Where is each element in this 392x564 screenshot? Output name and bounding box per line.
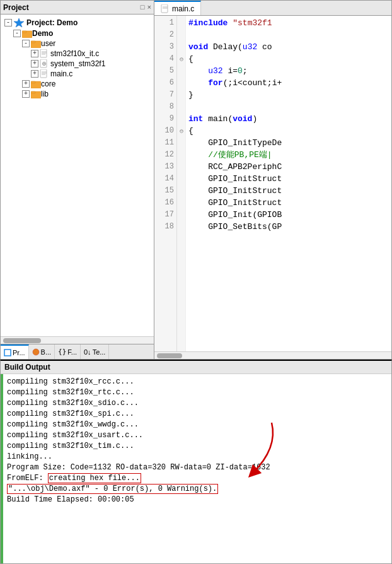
folder-icon-lib <box>31 90 41 98</box>
line-num-12: 12 <box>154 149 174 161</box>
collapse-7 <box>177 89 186 101</box>
tab-templates-label: Te... <box>93 348 106 356</box>
collapse-column: ⊖ ⊖ <box>177 16 186 351</box>
code-line-10: { <box>188 125 389 137</box>
tab-project[interactable]: Pr... <box>1 344 29 359</box>
collapse-5 <box>177 65 186 77</box>
line-num-4: 4 <box>154 53 174 65</box>
code-line-3: void Delay(u32 co <box>188 41 389 53</box>
code-line-2 <box>188 29 389 41</box>
code-line-16: GPIO_InitStruct <box>188 197 389 209</box>
tree-label-stm32-it: stm32f10x_it.c <box>50 49 99 58</box>
code-line-13: RCC_APB2PeriphC <box>188 161 389 173</box>
tree-item-demo[interactable]: - Demo <box>2 28 153 38</box>
templates-tab-icon: 0↓ <box>84 348 91 356</box>
collapse-4[interactable]: ⊖ <box>177 53 186 65</box>
svg-rect-17 <box>31 81 35 83</box>
build-line-7: compiling stm32f10x_tim.c... <box>7 441 388 452</box>
collapse-13 <box>177 161 186 173</box>
collapse-11 <box>177 137 186 149</box>
tree-label-main-c: main.c <box>50 69 72 78</box>
project-panel-header: Project □ × <box>1 1 154 15</box>
editor-tab-label: main.c <box>172 4 194 13</box>
file-c-icon-it <box>40 49 49 58</box>
tree-item-core[interactable]: + core <box>2 79 153 89</box>
expand-icon-stm32[interactable]: + <box>31 50 38 57</box>
tree-label-demo: Demo <box>32 29 53 38</box>
build-output-content[interactable]: compiling stm32f10x_rcc.c... compiling s… <box>3 374 391 563</box>
tree-label-root: Project: Demo <box>26 18 78 27</box>
build-output-title: Build Output <box>4 363 50 372</box>
folder-icon-core <box>31 79 41 88</box>
line-num-11: 11 <box>154 137 174 149</box>
line-num-9: 9 <box>154 113 174 125</box>
svg-rect-5 <box>40 49 47 57</box>
code-line-6: for(;i<count;i+ <box>188 77 389 89</box>
tab-templates[interactable]: 0↓ Te... <box>81 344 109 359</box>
svg-rect-22 <box>161 4 168 13</box>
project-panel-title: Project <box>3 3 29 12</box>
project-panel-scrollbar[interactable] <box>1 336 154 344</box>
panel-pin-button[interactable]: □ <box>141 4 145 11</box>
editor-tab-bar: main.c <box>154 1 391 16</box>
code-line-17: GPIO_Init(GPIOB <box>188 209 389 221</box>
expand-icon-system[interactable]: + <box>31 60 38 68</box>
tree-label-core: core <box>41 79 55 88</box>
svg-marker-0 <box>14 18 24 27</box>
tree-label-user: user <box>41 39 55 48</box>
tree-item-root[interactable]: - Project: Demo <box>2 17 153 28</box>
expand-icon-user[interactable]: - <box>22 40 30 47</box>
collapse-16 <box>177 197 186 209</box>
build-output-header: Build Output <box>1 361 391 374</box>
tree-item-main-c[interactable]: + main.c <box>2 69 153 79</box>
project-root-icon <box>13 18 25 28</box>
code-line-7: } <box>188 89 389 101</box>
build-line-6: compiling stm32f10x_usart.c... <box>7 430 388 441</box>
collapse-9 <box>177 113 186 125</box>
tree-label-system-stm32: system_stm32f1 <box>50 59 105 68</box>
file-gear-icon <box>40 59 49 68</box>
expand-icon-main[interactable]: + <box>31 70 38 78</box>
build-line-11: "...\obj\Demo.axf" - 0 Error(s), 0 Warni… <box>7 484 388 495</box>
tree-item-stm32f10x-it[interactable]: + stm32f10x_it.c <box>2 49 153 59</box>
tree-item-lib[interactable]: + lib <box>2 89 153 99</box>
error-warning-highlight: "...\obj\Demo.axf" - 0 Error(s), 0 Warni… <box>7 484 218 494</box>
tab-books-label: B... <box>41 348 52 356</box>
code-line-12: //使能PB,PE端| <box>188 149 389 161</box>
collapse-2 <box>177 29 186 41</box>
folder-icon-user <box>31 39 41 48</box>
line-num-16: 16 <box>154 197 174 209</box>
expand-icon[interactable]: - <box>4 19 12 26</box>
build-output-panel: Build Output compiling stm32f10x_rcc.c..… <box>0 360 392 564</box>
build-line-3: compiling stm32f10x_sdio.c... <box>7 398 388 409</box>
expand-icon-core[interactable]: + <box>22 80 30 88</box>
expand-icon-lib[interactable]: + <box>22 90 30 98</box>
tab-books[interactable]: B... <box>29 344 55 359</box>
collapse-10[interactable]: ⊖ <box>177 125 186 137</box>
main-area: Project □ × - Project: Demo - <box>0 0 392 360</box>
collapse-12 <box>177 149 186 161</box>
expand-icon-demo[interactable]: - <box>13 30 21 37</box>
project-tab-icon <box>4 349 11 356</box>
build-line-1: compiling stm32f10x_rcc.c... <box>7 377 388 387</box>
build-line-5: compiling stm32f10x_wwdg.c... <box>7 420 388 430</box>
tab-functions-label: F... <box>67 348 77 356</box>
svg-rect-19 <box>31 91 35 93</box>
svg-rect-12 <box>40 69 47 78</box>
line-num-7: 7 <box>154 89 174 101</box>
panel-close-button[interactable]: × <box>147 4 151 11</box>
tab-functions[interactable]: {} F... <box>55 344 81 359</box>
tree-item-user[interactable]: - user <box>2 38 153 49</box>
line-num-13: 13 <box>154 161 174 173</box>
line-num-17: 17 <box>154 209 174 221</box>
panel-controls: □ × <box>141 4 151 11</box>
code-horizontal-scrollbar[interactable] <box>154 351 391 359</box>
project-panel-scroll-thumb <box>3 338 41 343</box>
tree-item-system-stm32[interactable]: + system_stm32f1 <box>2 59 153 69</box>
code-content[interactable]: #include "stm32f1 void Delay(u32 co { u3… <box>186 16 391 351</box>
editor-tab-main-c[interactable]: main.c <box>154 1 201 15</box>
code-area: 1 2 3 4 5 6 7 8 9 10 11 12 13 14 15 16 1… <box>154 16 391 351</box>
project-panel: Project □ × - Project: Demo - <box>0 0 154 360</box>
line-num-1: 1 <box>154 17 174 29</box>
code-line-8 <box>188 101 389 113</box>
